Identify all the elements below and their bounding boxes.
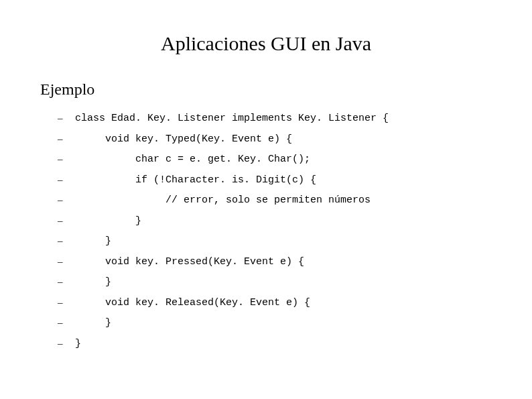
code-line: } (75, 216, 492, 226)
code-line: char c = e. get. Key. Char(); (75, 154, 492, 164)
slide-title: Aplicaciones GUI en Java (40, 32, 492, 55)
slide-subtitle: Ejemplo (40, 80, 492, 99)
code-line: void key. Typed(Key. Event e) { (75, 134, 492, 144)
code-line: } (75, 277, 492, 287)
code-line: void key. Pressed(Key. Event e) { (75, 257, 492, 267)
code-line: } (75, 339, 492, 349)
code-line: class Edad. Key. Listener implements Key… (75, 113, 492, 123)
code-line: // error, solo se permiten números (75, 195, 492, 205)
code-line: if (!Character. is. Digit(c) { (75, 175, 492, 185)
code-block: class Edad. Key. Listener implements Key… (40, 113, 492, 349)
code-line: } (75, 236, 492, 246)
code-line: } (75, 318, 492, 328)
code-line: void key. Released(Key. Event e) { (75, 298, 492, 308)
